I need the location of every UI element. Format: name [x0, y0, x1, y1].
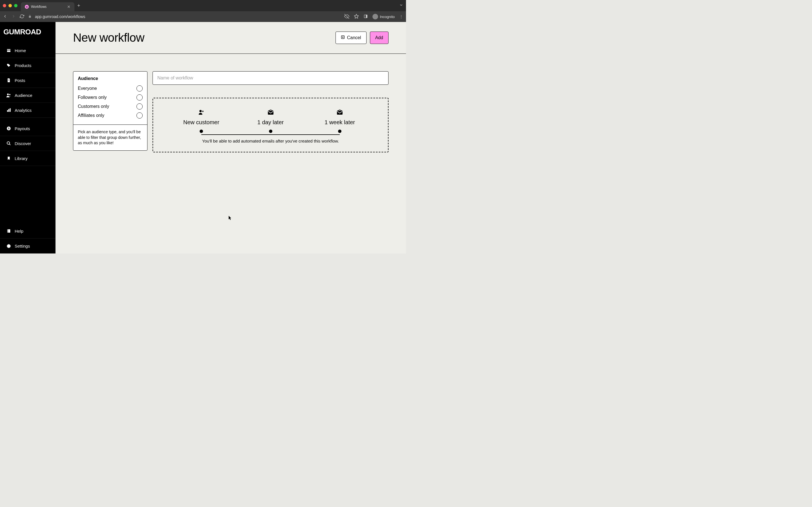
svg-marker-1: [354, 14, 359, 18]
audience-panel: Audience Everyone Followers only Custome…: [73, 71, 147, 152]
workflow-name-input[interactable]: [153, 71, 389, 85]
svg-rect-3: [366, 15, 367, 18]
envelope-icon: [267, 109, 274, 115]
step-label: 1 week later: [324, 119, 355, 126]
svg-text:$: $: [8, 127, 10, 130]
address-bar[interactable]: app.gumroad.com/workflows: [28, 14, 340, 19]
sidebar-item-label: Discover: [15, 141, 31, 146]
sidebar-item-label: Settings: [15, 244, 30, 248]
audience-option-everyone[interactable]: Everyone: [78, 84, 143, 93]
chart-icon: [6, 108, 11, 113]
svg-rect-18: [7, 229, 8, 233]
dollar-icon: $: [6, 126, 11, 131]
forward-button[interactable]: [11, 14, 16, 19]
sidebar-item-label: Home: [15, 48, 26, 53]
logo[interactable]: GUMROAD: [0, 22, 55, 43]
person-plus-icon: [198, 109, 204, 115]
radio-icon[interactable]: [137, 94, 143, 101]
audience-option-followers[interactable]: Followers only: [78, 93, 143, 102]
sidebar-item-discover[interactable]: Discover: [0, 136, 55, 151]
sidebar-item-posts[interactable]: Posts: [0, 73, 55, 88]
sidebar-item-label: Help: [15, 229, 23, 233]
option-label: Followers only: [78, 95, 107, 100]
preview-hint: You'll be able to add automated emails a…: [167, 138, 374, 144]
nav-secondary: $ Payouts Discover Library: [0, 121, 55, 166]
step-label: New customer: [183, 119, 219, 126]
main-content: New workflow Cancel Add Audience: [56, 22, 406, 253]
browser-tab[interactable]: G Workflows ✕: [21, 2, 74, 11]
svg-line-16: [9, 144, 10, 145]
sidebar-item-payouts[interactable]: $ Payouts: [0, 121, 55, 136]
timeline-line: [201, 134, 340, 135]
close-window-button[interactable]: [3, 4, 6, 7]
cancel-label: Cancel: [347, 35, 361, 40]
audience-hint: Pick an audience type, and you'll be abl…: [73, 125, 147, 151]
tag-icon: [6, 63, 11, 68]
radio-icon[interactable]: [137, 86, 143, 92]
url-text: app.gumroad.com/workflows: [35, 14, 85, 19]
header-actions: Cancel Add: [336, 32, 389, 44]
nav-footer: Help Settings: [0, 224, 55, 253]
audience-option-affiliates[interactable]: Affiliates only: [78, 111, 143, 120]
audience-option-customers[interactable]: Customers only: [78, 102, 143, 111]
svg-rect-6: [8, 79, 9, 80]
add-label: Add: [375, 35, 383, 40]
option-label: Affiliates only: [78, 113, 104, 118]
sidebar-item-label: Audience: [15, 93, 33, 98]
close-tab-icon[interactable]: ✕: [67, 4, 70, 9]
gear-icon: [6, 243, 11, 248]
sidebar-item-home[interactable]: Home: [0, 43, 55, 58]
sidebar-item-label: Library: [15, 156, 28, 161]
tab-title: Workflows: [31, 5, 65, 9]
eye-off-icon[interactable]: [344, 14, 349, 20]
page-title: New workflow: [73, 31, 336, 45]
timeline-step-1-week: 1 week later: [306, 109, 374, 133]
workflow-preview: New customer 1 day later: [153, 98, 389, 152]
browser-menu-icon[interactable]: ⋮: [399, 14, 403, 19]
add-button[interactable]: Add: [370, 32, 389, 44]
audience-card: Audience Everyone Followers only Custome…: [73, 71, 147, 151]
radio-icon[interactable]: [137, 112, 143, 119]
minimize-window-button[interactable]: [8, 4, 12, 7]
timeline-dot: [269, 129, 272, 133]
tab-favicon-icon: G: [25, 5, 29, 9]
bookmark-icon: [6, 156, 11, 161]
svg-rect-12: [10, 108, 10, 112]
sidebar-item-label: Posts: [15, 78, 26, 83]
nav-primary: Home Products Posts Audience: [0, 43, 55, 118]
timeline-step-1-day: 1 day later: [237, 109, 305, 133]
back-button[interactable]: [3, 14, 7, 19]
audience-title: Audience: [78, 76, 143, 81]
browser-tab-bar: G Workflows ✕ +: [0, 0, 406, 11]
option-label: Customers only: [78, 104, 109, 109]
maximize-window-button[interactable]: [14, 4, 17, 7]
browser-toolbar: app.gumroad.com/workflows Incognito ⋮: [0, 11, 406, 22]
timeline-dot: [200, 129, 203, 133]
reload-button[interactable]: [20, 14, 24, 19]
timeline-step-new-customer: New customer: [167, 109, 236, 133]
sidebar-item-help[interactable]: Help: [0, 224, 55, 238]
sidebar-item-label: Products: [15, 63, 31, 68]
bookmark-star-icon[interactable]: [354, 14, 359, 20]
sidebar-item-library[interactable]: Library: [0, 151, 55, 166]
lock-icon: [28, 15, 32, 19]
svg-rect-11: [8, 109, 9, 112]
tabs-dropdown-icon[interactable]: [399, 3, 403, 8]
cancel-icon: [341, 35, 345, 40]
sidebar-item-audience[interactable]: Audience: [0, 88, 55, 103]
new-tab-button[interactable]: +: [77, 3, 80, 9]
sidebar: GUMROAD Home Products Posts: [0, 22, 56, 253]
extensions-icon[interactable]: [363, 14, 368, 19]
book-icon: [6, 228, 11, 233]
sidebar-item-products[interactable]: Products: [0, 58, 55, 73]
svg-rect-7: [8, 80, 9, 80]
sidebar-item-analytics[interactable]: Analytics: [0, 103, 55, 118]
svg-rect-10: [7, 110, 8, 112]
sidebar-item-label: Analytics: [15, 108, 32, 113]
browser-extensions: Incognito ⋮: [344, 14, 403, 20]
profile-badge[interactable]: Incognito: [372, 14, 395, 19]
step-label: 1 day later: [257, 119, 284, 126]
radio-icon[interactable]: [137, 103, 143, 110]
cancel-button[interactable]: Cancel: [336, 32, 366, 44]
sidebar-item-settings[interactable]: Settings: [0, 238, 55, 253]
